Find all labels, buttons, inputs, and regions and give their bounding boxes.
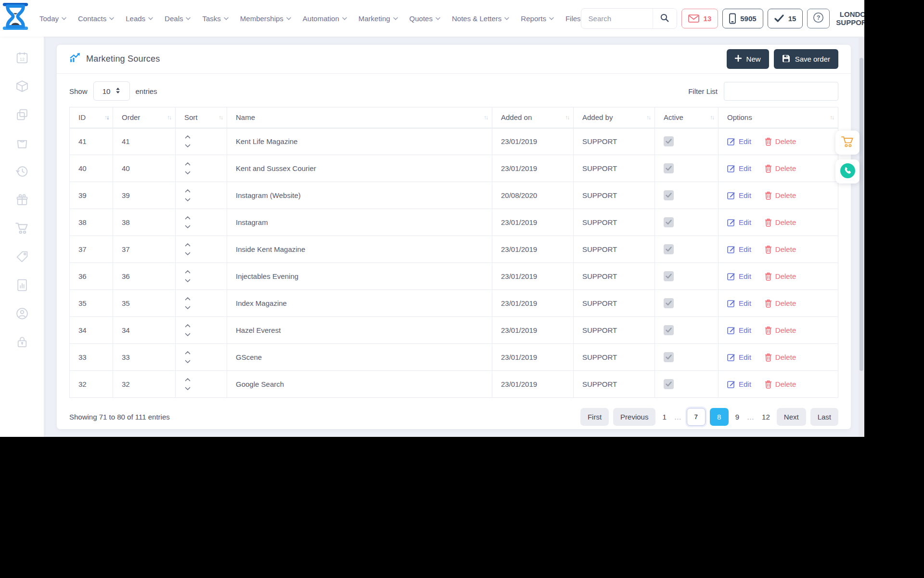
edit-link[interactable]: Edit: [727, 272, 751, 280]
edit-link[interactable]: Edit: [727, 218, 751, 226]
move-up-button[interactable]: [184, 189, 191, 193]
move-down-button[interactable]: [184, 387, 191, 391]
delete-link[interactable]: Delete: [765, 137, 796, 146]
delete-link[interactable]: Delete: [765, 218, 796, 227]
nav-item-tasks[interactable]: Tasks: [202, 14, 228, 23]
page-button-9[interactable]: 9: [733, 413, 742, 421]
nav-item-quotes[interactable]: Quotes: [410, 14, 440, 23]
move-down-button[interactable]: [184, 360, 191, 364]
sidebar-item-tag[interactable]: [15, 250, 29, 263]
delete-link[interactable]: Delete: [765, 245, 796, 254]
active-checkbox[interactable]: [664, 379, 674, 389]
column-header-options[interactable]: Options↑↓: [719, 107, 838, 128]
move-down-button[interactable]: [184, 252, 191, 256]
edit-link[interactable]: Edit: [727, 299, 751, 307]
nav-item-automation[interactable]: Automation: [303, 14, 347, 23]
delete-link[interactable]: Delete: [765, 191, 796, 200]
sidebar-item-account[interactable]: [15, 307, 29, 320]
active-checkbox[interactable]: [664, 298, 674, 308]
sidebar-item-cart[interactable]: [15, 222, 29, 235]
active-checkbox[interactable]: [664, 190, 674, 200]
edit-link[interactable]: Edit: [727, 164, 751, 172]
delete-link[interactable]: Delete: [765, 299, 796, 308]
column-header-active[interactable]: Active↑↓: [655, 107, 719, 128]
column-header-id[interactable]: ID↑↓: [70, 107, 113, 128]
page-length-select[interactable]: 10: [93, 81, 130, 101]
nav-item-today[interactable]: Today: [39, 14, 66, 23]
active-checkbox[interactable]: [664, 136, 674, 146]
nav-item-memberships[interactable]: Memberships: [240, 14, 291, 23]
page-button-7[interactable]: 7: [687, 408, 706, 426]
move-up-button[interactable]: [184, 243, 191, 247]
help-button[interactable]: ?: [807, 9, 830, 28]
calls-badge[interactable]: 5905: [722, 9, 763, 28]
column-header-added-by[interactable]: Added by↑↓: [574, 107, 655, 128]
cart-widget-button[interactable]: [835, 131, 860, 155]
page-button-12[interactable]: 12: [759, 413, 772, 421]
move-down-button[interactable]: [184, 306, 191, 310]
delete-link[interactable]: Delete: [765, 353, 796, 362]
nav-item-contacts[interactable]: Contacts: [78, 14, 114, 23]
sidebar-item-calendar[interactable]: 12: [15, 51, 29, 65]
move-down-button[interactable]: [184, 225, 191, 229]
sidebar-item-package[interactable]: [15, 79, 29, 93]
page-button-8[interactable]: 8: [710, 408, 729, 426]
search-button[interactable]: [653, 9, 677, 28]
move-up-button[interactable]: [184, 297, 191, 301]
page-button-next[interactable]: Next: [777, 408, 806, 426]
nav-item-files[interactable]: Files: [565, 14, 581, 23]
phone-widget-button[interactable]: [835, 159, 860, 184]
save-order-button[interactable]: Save order: [774, 49, 838, 69]
page-button-1[interactable]: 1: [660, 413, 668, 421]
edit-link[interactable]: Edit: [727, 137, 751, 145]
nav-item-marketing[interactable]: Marketing: [359, 14, 398, 23]
active-checkbox[interactable]: [664, 271, 674, 281]
sidebar-item-report[interactable]: [15, 278, 29, 292]
column-header-name[interactable]: Name↑↓: [227, 107, 492, 128]
app-logo[interactable]: [0, 0, 31, 37]
nav-item-leads[interactable]: Leads: [126, 14, 153, 23]
active-checkbox[interactable]: [664, 244, 674, 254]
page-button-previous[interactable]: Previous: [613, 408, 655, 426]
active-checkbox[interactable]: [664, 217, 674, 227]
column-header-added-on[interactable]: Added on↑↓: [492, 107, 574, 128]
page-button-last[interactable]: Last: [810, 408, 838, 426]
column-header-order[interactable]: Order↑↓: [113, 107, 176, 128]
delete-link[interactable]: Delete: [765, 380, 796, 389]
new-button[interactable]: New: [727, 49, 769, 69]
move-up-button[interactable]: [184, 135, 191, 139]
sidebar-item-bag[interactable]: [15, 136, 29, 150]
sidebar-item-history[interactable]: [15, 165, 29, 178]
column-header-sort[interactable]: Sort↑↓: [176, 107, 227, 128]
edit-link[interactable]: Edit: [727, 245, 751, 253]
edit-link[interactable]: Edit: [727, 380, 751, 388]
scrollbar-track[interactable]: [859, 37, 864, 437]
edit-link[interactable]: Edit: [727, 326, 751, 334]
move-up-button[interactable]: [184, 216, 191, 220]
delete-link[interactable]: Delete: [765, 272, 796, 281]
nav-item-reports[interactable]: Reports: [521, 14, 554, 23]
move-up-button[interactable]: [184, 270, 191, 274]
active-checkbox[interactable]: [664, 163, 674, 173]
nav-item-notes-letters[interactable]: Notes & Letters: [452, 14, 509, 23]
page-button-first[interactable]: First: [580, 408, 609, 426]
move-down-button[interactable]: [184, 198, 191, 202]
move-up-button[interactable]: [184, 324, 191, 328]
sidebar-item-gift[interactable]: [15, 193, 29, 207]
nav-item-deals[interactable]: Deals: [165, 14, 191, 23]
sidebar-item-copy[interactable]: [15, 108, 29, 121]
active-checkbox[interactable]: [664, 352, 674, 362]
active-checkbox[interactable]: [664, 325, 674, 335]
messages-badge[interactable]: 13: [681, 9, 719, 28]
filter-input[interactable]: [724, 82, 838, 101]
move-down-button[interactable]: [184, 279, 191, 283]
sidebar-item-lock[interactable]: [15, 335, 29, 349]
move-up-button[interactable]: [184, 162, 191, 166]
delete-link[interactable]: Delete: [765, 326, 796, 335]
edit-link[interactable]: Edit: [727, 191, 751, 199]
move-up-button[interactable]: [184, 378, 191, 381]
scrollbar-thumb[interactable]: [860, 58, 863, 371]
move-down-button[interactable]: [184, 171, 191, 175]
move-down-button[interactable]: [184, 144, 191, 148]
delete-link[interactable]: Delete: [765, 164, 796, 173]
